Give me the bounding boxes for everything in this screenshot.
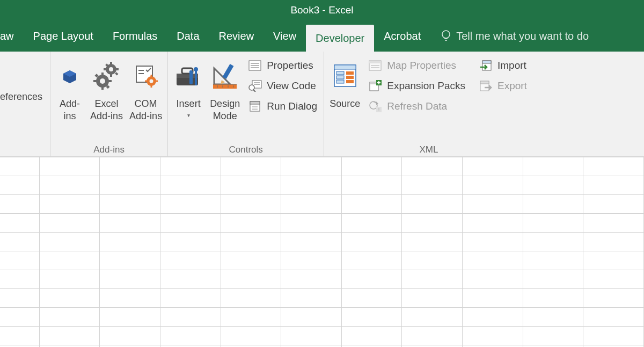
svg-rect-5 — [110, 62, 112, 65]
design-mode-icon — [210, 61, 240, 92]
svg-rect-24 — [150, 75, 152, 77]
svg-rect-35 — [213, 84, 237, 89]
svg-rect-55 — [252, 109, 258, 110]
group-label-addins: Add-ins — [54, 143, 164, 155]
toolbox-icon — [173, 61, 203, 92]
svg-rect-63 — [346, 80, 354, 83]
svg-point-4 — [109, 67, 113, 71]
export-icon — [478, 79, 493, 92]
svg-rect-26 — [145, 80, 148, 82]
svg-point-73 — [370, 102, 377, 109]
refresh-data-button[interactable]: ! Refresh Data — [364, 98, 469, 115]
refresh-icon: ! — [368, 100, 383, 113]
svg-rect-59 — [336, 76, 344, 79]
source-icon — [331, 62, 359, 91]
svg-rect-78 — [482, 61, 491, 63]
map-properties-icon — [368, 59, 383, 72]
properties-icon — [247, 59, 262, 72]
run-dialog-button[interactable]: Run Dialog — [244, 98, 320, 115]
svg-rect-54 — [252, 106, 258, 107]
expansion-packs-button[interactable]: Expansion Packs — [364, 77, 469, 95]
view-code-button[interactable]: View Code — [244, 77, 320, 95]
svg-point-23 — [149, 79, 153, 83]
svg-point-33 — [194, 67, 198, 71]
svg-text:!: ! — [378, 107, 380, 112]
svg-rect-36 — [223, 63, 234, 78]
svg-rect-6 — [110, 74, 112, 77]
tab-draw[interactable]: aw — [0, 20, 24, 52]
com-addins-button[interactable]: COMAdd-ins — [127, 54, 164, 140]
tell-me-search[interactable]: Tell me what you want to do — [430, 20, 598, 52]
com-addins-icon — [133, 63, 159, 90]
svg-rect-61 — [346, 71, 354, 75]
tab-developer[interactable]: Developer — [306, 25, 374, 52]
tab-formulas[interactable]: Formulas — [103, 20, 167, 52]
group-xml: Source Map Properties Expansion Packs — [324, 52, 533, 156]
expansion-packs-icon — [368, 79, 383, 92]
group-addins: Add-ins — [50, 52, 168, 156]
svg-rect-65 — [369, 61, 381, 63]
tab-review[interactable]: Review — [209, 20, 264, 52]
svg-rect-57 — [334, 65, 356, 69]
svg-rect-80 — [480, 81, 489, 84]
svg-rect-16 — [108, 80, 112, 82]
svg-rect-14 — [101, 86, 104, 90]
properties-button[interactable]: Properties — [244, 57, 320, 74]
svg-point-12 — [100, 78, 105, 84]
source-button[interactable]: Source — [327, 54, 362, 140]
tab-data[interactable]: Data — [167, 20, 209, 52]
addins-icon — [59, 65, 80, 88]
svg-rect-15 — [93, 80, 97, 82]
group-label-controls: Controls — [171, 143, 320, 155]
view-code-icon — [247, 79, 262, 92]
svg-rect-53 — [250, 102, 260, 104]
lightbulb-icon — [440, 29, 452, 43]
window-title: Book3 - Excel — [290, 4, 353, 16]
svg-rect-13 — [101, 73, 104, 76]
gears-icon — [92, 61, 122, 92]
svg-rect-25 — [150, 85, 152, 88]
insert-button[interactable]: Insert ▾ — [171, 54, 206, 140]
design-mode-button[interactable]: DesignMode — [208, 54, 242, 140]
svg-rect-62 — [346, 76, 354, 79]
ribbon: eferences Add-ins — [0, 52, 644, 157]
titlebar: Book3 - Excel — [0, 0, 644, 20]
svg-rect-58 — [336, 71, 344, 75]
export-button[interactable]: Export — [475, 77, 530, 95]
tab-view[interactable]: View — [264, 20, 306, 52]
svg-rect-32 — [195, 69, 197, 85]
svg-rect-27 — [155, 80, 158, 82]
svg-rect-31 — [189, 70, 193, 84]
map-properties-button[interactable]: Map Properties — [364, 57, 469, 74]
code-group-fragment: eferences — [0, 54, 47, 140]
svg-rect-8 — [115, 68, 119, 70]
run-dialog-icon — [247, 100, 262, 113]
dropdown-arrow-icon: ▾ — [187, 112, 190, 119]
svg-rect-60 — [336, 80, 344, 83]
svg-point-0 — [442, 31, 450, 38]
svg-line-51 — [253, 90, 255, 92]
svg-rect-10 — [115, 72, 118, 75]
spreadsheet-grid[interactable] — [0, 157, 644, 347]
group-label-xml: XML — [327, 143, 530, 155]
group-controls: Insert ▾ — [168, 52, 324, 156]
svg-rect-7 — [104, 68, 107, 70]
excel-addins-button[interactable]: ExcelAdd-ins — [88, 54, 125, 140]
ribbon-tabs: aw Page Layout Formulas Data Review View… — [0, 20, 644, 52]
addins-button[interactable]: Add-ins — [54, 54, 86, 140]
import-icon — [478, 59, 493, 72]
tab-page-layout[interactable]: Page Layout — [24, 20, 103, 52]
import-button[interactable]: Import — [475, 57, 530, 74]
tab-acrobat[interactable]: Acrobat — [374, 20, 430, 52]
